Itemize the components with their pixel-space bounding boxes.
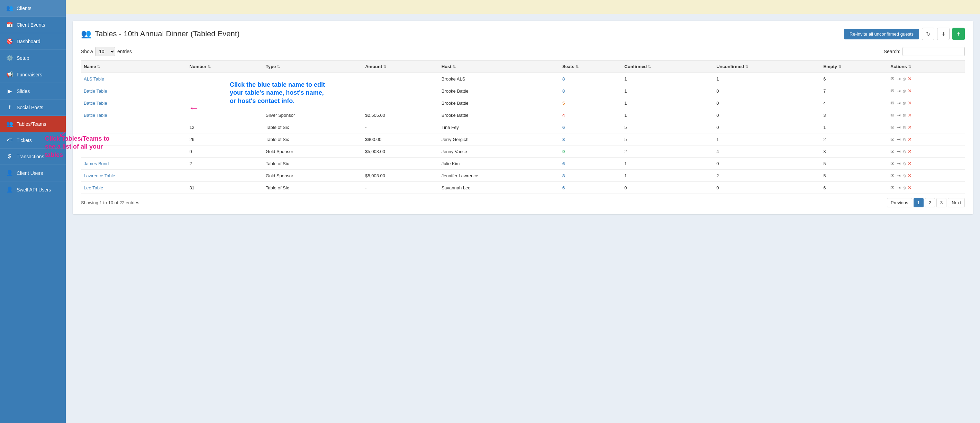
table-name-link[interactable]: ALS Table [84,76,104,82]
sidebar-item-setup[interactable]: ⚙️Setup [0,50,66,67]
page-btn-3[interactable]: 3 [936,198,947,208]
cell-name[interactable]: Battle Table [81,109,186,121]
download-button[interactable]: ⬇ [937,28,950,40]
cell-host: Jenny Vance [439,146,560,158]
email-action-icon[interactable]: ✉ [890,112,894,118]
email-action-icon[interactable]: ✉ [890,88,894,93]
cell-name[interactable]: Lawrence Table [81,170,186,182]
col-empty[interactable]: Empty⇅ [821,60,888,73]
page-btn-1[interactable]: 1 [913,198,924,208]
sidebar-item-slides[interactable]: ▶Slides [0,83,66,100]
email-action-icon[interactable]: ✉ [890,76,894,82]
signin-action-icon[interactable]: ⇥ [897,161,901,166]
email-action-icon[interactable]: ✉ [890,149,894,154]
tables-icon: 👥 [81,29,91,39]
delete-action-icon[interactable]: ✕ [908,100,912,106]
delete-action-icon[interactable]: ✕ [908,149,912,154]
page-btn-next[interactable]: Next [948,198,965,208]
delete-action-icon[interactable]: ✕ [908,76,912,82]
col-amount[interactable]: Amount⇅ [362,60,438,73]
delete-action-icon[interactable]: ✕ [908,173,912,178]
email-action-icon[interactable]: ✉ [890,185,894,190]
delete-action-icon[interactable]: ✕ [908,185,912,190]
cell-name[interactable]: Lee Table [81,182,186,194]
refresh-button[interactable]: ↻ [922,28,934,40]
cell-name[interactable]: James Bond [81,158,186,170]
cell-empty: 3 [821,109,888,121]
table-row: Battle TableBrooke Battle5104 ✉ ⇥ ⎋ ✕ [81,97,965,109]
cell-name[interactable]: Battle Table [81,97,186,109]
table-name-link[interactable]: Battle Table [84,89,107,93]
col-confirmed[interactable]: Confirmed⇅ [622,60,714,73]
header-actions: Re-invite all unconfirmed guests ↻ ⬇ + [844,28,965,40]
signin-action-icon[interactable]: ⇥ [897,100,901,106]
signin-action-icon[interactable]: ⇥ [897,112,901,118]
client-events-icon: 📅 [6,21,13,28]
sidebar-item-client-events[interactable]: 📅Client Events [0,17,66,33]
email-action-icon[interactable]: ✉ [890,136,894,142]
sidebar-item-dashboard[interactable]: 🎯Dashboard [0,33,66,50]
sidebar-item-social-posts[interactable]: fSocial Posts [0,100,66,116]
signin-action-icon[interactable]: ⇥ [897,173,901,178]
cell-confirmed: 1 [622,109,714,121]
search-area: Search: [884,47,965,56]
signin-action-icon[interactable]: ⇥ [897,136,901,142]
delete-action-icon[interactable]: ✕ [908,88,912,93]
sidebar-item-clients[interactable]: 👥Clients [0,0,66,17]
table-name-link[interactable]: Lee Table [84,185,103,190]
col-name[interactable]: Name⇅ [81,60,186,73]
sidebar-item-tickets[interactable]: 🏷Tickets [0,132,66,149]
col-number[interactable]: Number⇅ [186,60,262,73]
reinvite-button[interactable]: Re-invite all unconfirmed guests [844,29,919,40]
col-type[interactable]: Type⇅ [263,60,362,73]
sidebar-item-fundraisers[interactable]: 📢Fundraisers [0,67,66,83]
delete-action-icon[interactable]: ✕ [908,161,912,166]
sidebar-item-tables-teams[interactable]: 👥Tables/Teams [0,116,66,132]
cell-name[interactable]: Battle Table [81,85,186,97]
delete-action-icon[interactable]: ✕ [908,112,912,118]
cell-name[interactable]: ALS Table [81,73,186,85]
sidebar-item-client-users[interactable]: 👤Client Users [0,165,66,181]
share-action-icon[interactable]: ⎋ [903,100,905,106]
signin-action-icon[interactable]: ⇥ [897,76,901,82]
sidebar-item-swell-api-users[interactable]: 👤Swell API Users [0,181,66,198]
delete-action-icon[interactable]: ✕ [908,136,912,142]
sidebar-item-transactions[interactable]: $Transactions [0,149,66,165]
search-input[interactable] [902,47,965,56]
table-name-link[interactable]: Battle Table [84,101,107,106]
share-action-icon[interactable]: ⎋ [903,124,905,130]
email-action-icon[interactable]: ✉ [890,124,894,130]
email-action-icon[interactable]: ✉ [890,161,894,166]
table-name-link[interactable]: Lawrence Table [84,173,115,178]
cell-actions: ✉ ⇥ ⎋ ✕ [888,121,965,133]
add-button[interactable]: + [952,28,965,40]
col-unconfirmed[interactable]: Unconfirmed⇅ [714,60,821,73]
delete-action-icon[interactable]: ✕ [908,124,912,130]
entries-select[interactable]: 10 25 50 100 [95,47,115,56]
col-seats[interactable]: Seats⇅ [560,60,622,73]
share-action-icon[interactable]: ⎋ [903,136,905,142]
share-action-icon[interactable]: ⎋ [903,185,905,190]
share-action-icon[interactable]: ⎋ [903,173,905,178]
signin-action-icon[interactable]: ⇥ [897,88,901,93]
col-actions[interactable]: Actions⇅ [888,60,965,73]
page-btn-previous[interactable]: Previous [887,198,912,208]
cell-seats: 8 [560,85,622,97]
page-btn-2[interactable]: 2 [925,198,935,208]
share-action-icon[interactable]: ⎋ [903,112,905,118]
share-action-icon[interactable]: ⎋ [903,161,905,166]
table-name-link[interactable]: James Bond [84,161,109,166]
share-action-icon[interactable]: ⎋ [903,149,905,154]
table-name-link[interactable]: Battle Table [84,112,107,118]
cell-actions: ✉ ⇥ ⎋ ✕ [888,109,965,121]
col-host[interactable]: Host⇅ [439,60,560,73]
signin-action-icon[interactable]: ⇥ [897,185,901,190]
share-action-icon[interactable]: ⎋ [903,76,905,82]
email-action-icon[interactable]: ✉ [890,173,894,178]
share-action-icon[interactable]: ⎋ [903,88,905,93]
cell-number: 26 [186,133,262,146]
signin-action-icon[interactable]: ⇥ [897,124,901,130]
email-action-icon[interactable]: ✉ [890,100,894,106]
signin-action-icon[interactable]: ⇥ [897,149,901,154]
cell-confirmed: 1 [622,73,714,85]
